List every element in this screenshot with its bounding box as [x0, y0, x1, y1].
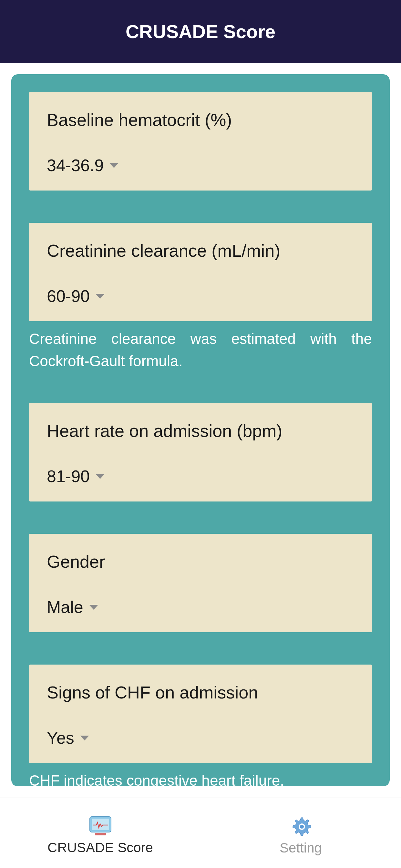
field-label: Gender	[47, 552, 354, 571]
dropdown-chf[interactable]: Yes	[47, 728, 354, 748]
field-label: Creatinine clearance (mL/min)	[47, 241, 354, 260]
app-header: CRUSADE Score	[0, 0, 401, 63]
svg-point-4	[300, 825, 304, 829]
nav-item-setting[interactable]: Setting	[201, 798, 401, 868]
field-label: Heart rate on admission (bpm)	[47, 421, 354, 441]
dropdown-heartrate[interactable]: 81-90	[47, 467, 354, 486]
field-chf: Signs of CHF on admission Yes	[29, 664, 372, 763]
bottom-nav: CRUSADE Score Setting	[0, 798, 401, 868]
dropdown-hematocrit[interactable]: 34-36.9	[47, 156, 354, 175]
chevron-down-icon	[110, 163, 119, 168]
field-label: Signs of CHF on admission	[47, 682, 354, 702]
dropdown-value: 34-36.9	[47, 156, 104, 175]
dropdown-gender[interactable]: Male	[47, 597, 354, 617]
gear-icon	[290, 816, 311, 836]
dropdown-value: Yes	[47, 728, 74, 748]
nav-label: Setting	[280, 840, 322, 856]
chevron-down-icon	[96, 474, 104, 479]
chevron-down-icon	[96, 294, 104, 299]
main-content: Baseline hematocrit (%) 34-36.9 Creatini…	[0, 63, 401, 798]
dropdown-creatinine[interactable]: 60-90	[47, 286, 354, 306]
field-creatinine: Creatinine clearance (mL/min) 60-90	[29, 223, 372, 321]
svg-rect-2	[95, 833, 106, 835]
dropdown-value: Male	[47, 597, 83, 617]
form-container: Baseline hematocrit (%) 34-36.9 Creatini…	[11, 74, 390, 786]
field-heartrate: Heart rate on admission (bpm) 81-90	[29, 403, 372, 501]
help-text-chf: CHF indicates congestive heart failure.	[29, 766, 372, 786]
monitor-icon	[89, 816, 112, 836]
field-gender: Gender Male	[29, 534, 372, 632]
nav-item-crusade[interactable]: CRUSADE Score	[0, 798, 201, 868]
help-text-creatinine: Creatinine clearance was estimated with …	[29, 324, 372, 372]
dropdown-value: 81-90	[47, 467, 90, 486]
nav-label: CRUSADE Score	[48, 840, 153, 856]
field-hematocrit: Baseline hematocrit (%) 34-36.9	[29, 92, 372, 190]
chevron-down-icon	[80, 736, 89, 740]
dropdown-value: 60-90	[47, 286, 90, 306]
chevron-down-icon	[89, 605, 98, 610]
field-label: Baseline hematocrit (%)	[47, 110, 354, 130]
page-title: CRUSADE Score	[126, 21, 275, 42]
